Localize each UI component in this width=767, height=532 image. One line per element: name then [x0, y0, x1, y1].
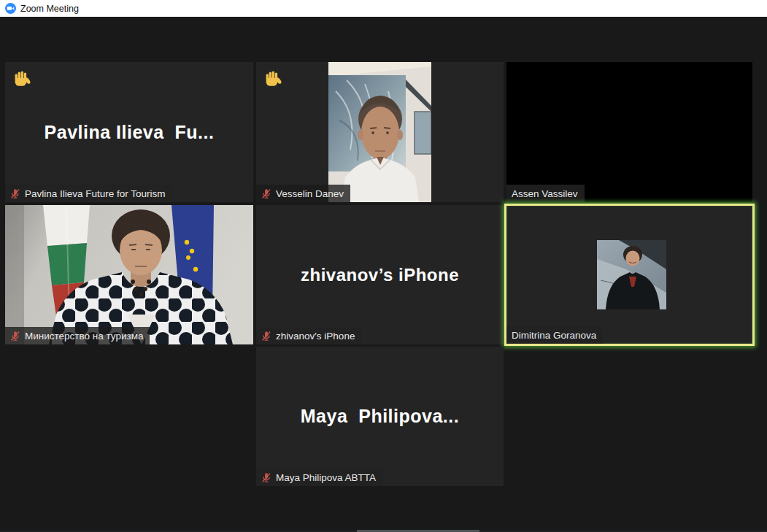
raised-hand-icon — [12, 69, 32, 88]
participant-name-text: Vesselin Danev — [276, 188, 344, 199]
participant-name-text: Assen Vassilev — [512, 188, 578, 199]
participant-name-label: Assen Vassilev — [506, 185, 585, 202]
participant-display-name: zhivanov’s iPhone — [256, 205, 504, 344]
participant-name-label: Vesselin Danev — [256, 185, 350, 202]
participant-video — [5, 205, 253, 344]
participant-name-label: Pavlina Ilieva Future for Tourism — [5, 185, 172, 202]
raised-hand-icon — [263, 69, 283, 88]
participant-name-text: Pavlina Ilieva Future for Tourism — [25, 188, 166, 199]
muted-mic-icon — [261, 472, 271, 483]
video-tile-ministry-of-tourism[interactable]: Министерство на туризма — [5, 205, 253, 344]
window-titlebar[interactable]: Zoom Meeting — [0, 0, 767, 17]
participant-display-name: Pavlina Ilieva Fu... — [5, 62, 253, 202]
video-tile-assen-vassilev[interactable]: Assen Vassilev — [506, 62, 752, 202]
participant-video — [328, 62, 431, 202]
video-tile-zhivanov-iphone[interactable]: zhivanov’s iPhone zhivanov's iPhone — [256, 205, 504, 344]
muted-mic-icon — [261, 331, 271, 342]
muted-mic-icon — [261, 188, 271, 199]
video-tile-maya-philipova[interactable]: Maya Philipova... Maya Philipova ABTTA — [256, 347, 504, 486]
window-title: Zoom Meeting — [20, 4, 79, 14]
participant-name-text: zhivanov's iPhone — [276, 331, 355, 342]
participant-name-text: Maya Philipova ABTTA — [276, 472, 376, 483]
participant-name-label: zhivanov's iPhone — [256, 327, 361, 344]
participant-name-label: Dimitrina Goranova — [506, 326, 603, 344]
muted-mic-icon — [10, 331, 20, 342]
video-tile-dimitrina-goranova[interactable]: Dimitrina Goranova — [504, 204, 755, 346]
participant-name-label: Министерство на туризма — [5, 327, 150, 344]
profile-photo — [597, 240, 666, 309]
participant-name-text: Министерство на туризма — [25, 331, 143, 342]
video-grid: Pavlina Ilieva Fu... Pavlina Ilieva Futu… — [0, 17, 767, 532]
participant-display-name: Maya Philipova... — [256, 347, 504, 486]
video-tile-pavlina-ilieva[interactable]: Pavlina Ilieva Fu... Pavlina Ilieva Futu… — [5, 62, 253, 202]
zoom-app-icon — [5, 3, 16, 14]
video-tile-vesselin-danev[interactable]: Vesselin Danev — [256, 62, 504, 202]
participant-name-label: Maya Philipova ABTTA — [256, 469, 382, 486]
muted-mic-icon — [10, 188, 20, 199]
participant-name-text: Dimitrina Goranova — [512, 330, 596, 341]
